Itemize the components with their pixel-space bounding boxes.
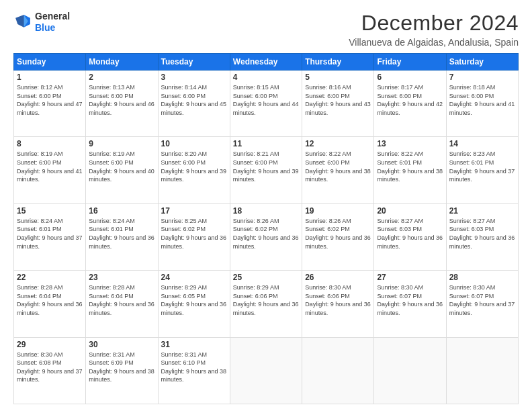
calendar-cell: 23Sunrise: 8:28 AMSunset: 6:04 PMDayligh… [86,271,158,337]
day-number: 4 [233,73,299,82]
calendar-cell: 7Sunrise: 8:18 AMSunset: 6:00 PMDaylight… [446,71,518,137]
day-number: 11 [233,139,299,148]
calendar-cell: 20Sunrise: 8:27 AMSunset: 6:03 PMDayligh… [374,203,446,270]
calendar-header-row: SundayMondayTuesdayWednesdayThursdayFrid… [14,54,519,71]
calendar-cell: 14Sunrise: 8:23 AMSunset: 6:01 PMDayligh… [446,137,518,203]
cell-info: Sunrise: 8:16 AMSunset: 6:00 PMDaylight:… [305,84,371,116]
calendar-cell: 25Sunrise: 8:29 AMSunset: 6:06 PMDayligh… [230,271,302,337]
calendar-cell: 24Sunrise: 8:29 AMSunset: 6:05 PMDayligh… [158,271,230,337]
calendar-cell: 4Sunrise: 8:15 AMSunset: 6:00 PMDaylight… [230,71,302,137]
calendar-cell: 1Sunrise: 8:12 AMSunset: 6:00 PMDaylight… [14,71,86,137]
cell-info: Sunrise: 8:28 AMSunset: 6:04 PMDaylight:… [89,284,154,316]
day-number: 12 [305,139,371,148]
cell-info: Sunrise: 8:30 AMSunset: 6:07 PMDaylight:… [377,284,443,316]
cell-info: Sunrise: 8:26 AMSunset: 6:02 PMDaylight:… [233,218,299,250]
cell-info: Sunrise: 8:24 AMSunset: 6:01 PMDaylight:… [89,218,154,250]
day-number: 2 [89,73,154,82]
logo-general: General [35,11,70,22]
logo: General Blue [13,11,70,34]
day-number: 16 [89,206,154,216]
day-number: 13 [377,139,443,148]
day-number: 3 [161,73,227,82]
page: General Blue December 2024 Villanueva de… [0,0,532,411]
cell-info: Sunrise: 8:17 AMSunset: 6:00 PMDaylight:… [377,84,443,116]
cell-info: Sunrise: 8:30 AMSunset: 6:06 PMDaylight:… [305,284,371,316]
logo-text: General Blue [35,11,70,34]
cell-info: Sunrise: 8:29 AMSunset: 6:05 PMDaylight:… [161,284,227,316]
header: General Blue December 2024 Villanueva de… [13,11,519,48]
header-friday: Friday [374,54,446,71]
cell-info: Sunrise: 8:30 AMSunset: 6:07 PMDaylight:… [449,284,515,316]
month-title: December 2024 [349,11,519,36]
day-number: 30 [89,340,154,349]
day-number: 10 [161,139,227,148]
cell-info: Sunrise: 8:19 AMSunset: 6:00 PMDaylight:… [17,150,83,183]
cell-info: Sunrise: 8:29 AMSunset: 6:06 PMDaylight:… [233,284,299,316]
header-thursday: Thursday [302,54,374,71]
cell-info: Sunrise: 8:26 AMSunset: 6:02 PMDaylight:… [305,218,371,250]
day-number: 1 [17,73,83,82]
calendar-cell: 26Sunrise: 8:30 AMSunset: 6:06 PMDayligh… [302,271,374,337]
cell-info: Sunrise: 8:31 AMSunset: 6:09 PMDaylight:… [89,351,154,383]
calendar-cell: 15Sunrise: 8:24 AMSunset: 6:01 PMDayligh… [14,203,86,270]
header-sunday: Sunday [14,54,86,71]
cell-info: Sunrise: 8:21 AMSunset: 6:00 PMDaylight:… [233,150,299,183]
calendar-cell [230,337,302,404]
calendar-table: SundayMondayTuesdayWednesdayThursdayFrid… [13,53,519,404]
calendar-cell: 22Sunrise: 8:28 AMSunset: 6:04 PMDayligh… [14,271,86,337]
calendar-week-1: 1Sunrise: 8:12 AMSunset: 6:00 PMDaylight… [14,71,519,137]
calendar-cell: 12Sunrise: 8:22 AMSunset: 6:00 PMDayligh… [302,137,374,203]
calendar-cell: 29Sunrise: 8:30 AMSunset: 6:08 PMDayligh… [14,337,86,404]
calendar-cell: 21Sunrise: 8:27 AMSunset: 6:03 PMDayligh… [446,203,518,270]
calendar-week-3: 15Sunrise: 8:24 AMSunset: 6:01 PMDayligh… [14,203,519,270]
day-number: 14 [449,139,515,148]
cell-info: Sunrise: 8:19 AMSunset: 6:00 PMDaylight:… [89,150,154,183]
cell-info: Sunrise: 8:18 AMSunset: 6:00 PMDaylight:… [449,84,515,116]
day-number: 18 [233,206,299,216]
calendar-week-2: 8Sunrise: 8:19 AMSunset: 6:00 PMDaylight… [14,137,519,203]
calendar-cell: 31Sunrise: 8:31 AMSunset: 6:10 PMDayligh… [158,337,230,404]
logo-icon [13,13,32,32]
cell-info: Sunrise: 8:31 AMSunset: 6:10 PMDaylight:… [161,351,227,383]
cell-info: Sunrise: 8:20 AMSunset: 6:00 PMDaylight:… [161,150,227,183]
cell-info: Sunrise: 8:28 AMSunset: 6:04 PMDaylight:… [17,284,83,316]
cell-info: Sunrise: 8:12 AMSunset: 6:00 PMDaylight:… [17,84,83,116]
cell-info: Sunrise: 8:25 AMSunset: 6:02 PMDaylight:… [161,218,227,250]
header-saturday: Saturday [446,54,518,71]
calendar-cell: 8Sunrise: 8:19 AMSunset: 6:00 PMDaylight… [14,137,86,203]
day-number: 7 [449,73,515,82]
day-number: 19 [305,206,371,216]
day-number: 22 [17,273,83,282]
cell-info: Sunrise: 8:23 AMSunset: 6:01 PMDaylight:… [449,150,515,183]
calendar-cell: 3Sunrise: 8:14 AMSunset: 6:00 PMDaylight… [158,71,230,137]
calendar-cell: 5Sunrise: 8:16 AMSunset: 6:00 PMDaylight… [302,71,374,137]
header-monday: Monday [86,54,158,71]
calendar-cell [374,337,446,404]
day-number: 27 [377,273,443,282]
location-title: Villanueva de Algaidas, Andalusia, Spain [349,37,519,48]
calendar-cell: 17Sunrise: 8:25 AMSunset: 6:02 PMDayligh… [158,203,230,270]
day-number: 8 [17,139,83,148]
cell-info: Sunrise: 8:27 AMSunset: 6:03 PMDaylight:… [449,218,515,250]
logo-blue: Blue [35,22,70,34]
day-number: 25 [233,273,299,282]
calendar-cell: 11Sunrise: 8:21 AMSunset: 6:00 PMDayligh… [230,137,302,203]
calendar-week-4: 22Sunrise: 8:28 AMSunset: 6:04 PMDayligh… [14,271,519,337]
title-block: December 2024 Villanueva de Algaidas, An… [349,11,519,48]
calendar-cell: 13Sunrise: 8:22 AMSunset: 6:01 PMDayligh… [374,137,446,203]
day-number: 23 [89,273,154,282]
calendar-cell: 18Sunrise: 8:26 AMSunset: 6:02 PMDayligh… [230,203,302,270]
cell-info: Sunrise: 8:22 AMSunset: 6:00 PMDaylight:… [305,150,371,183]
calendar-cell: 6Sunrise: 8:17 AMSunset: 6:00 PMDaylight… [374,71,446,137]
calendar-cell: 28Sunrise: 8:30 AMSunset: 6:07 PMDayligh… [446,271,518,337]
calendar-cell: 9Sunrise: 8:19 AMSunset: 6:00 PMDaylight… [86,137,158,203]
header-tuesday: Tuesday [158,54,230,71]
cell-info: Sunrise: 8:22 AMSunset: 6:01 PMDaylight:… [377,150,443,183]
day-number: 20 [377,206,443,216]
day-number: 5 [305,73,371,82]
day-number: 29 [17,340,83,349]
calendar-cell: 30Sunrise: 8:31 AMSunset: 6:09 PMDayligh… [86,337,158,404]
cell-info: Sunrise: 8:24 AMSunset: 6:01 PMDaylight:… [17,218,83,250]
calendar-cell: 27Sunrise: 8:30 AMSunset: 6:07 PMDayligh… [374,271,446,337]
cell-info: Sunrise: 8:15 AMSunset: 6:00 PMDaylight:… [233,84,299,116]
